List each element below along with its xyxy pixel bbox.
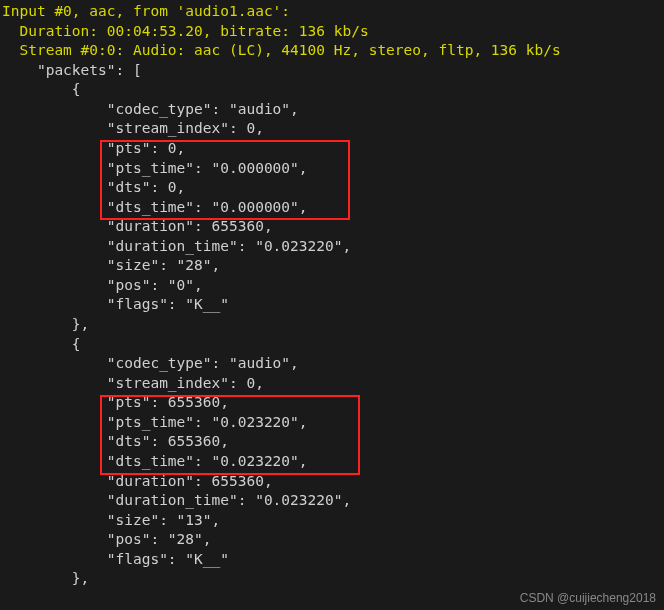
duration-line: Duration: 00:04:53.20, bitrate: 136 kb/s <box>2 22 664 42</box>
packet1-open: { <box>2 80 664 100</box>
packet1-dts-time: "dts_time": "0.000000", <box>2 198 664 218</box>
packet2-open: { <box>2 335 664 355</box>
packet2-dts-time: "dts_time": "0.023220", <box>2 452 664 472</box>
packet2-codec-type: "codec_type": "audio", <box>2 354 664 374</box>
packet2-duration: "duration": 655360, <box>2 472 664 492</box>
packet2-duration-time: "duration_time": "0.023220", <box>2 491 664 511</box>
packet2-flags: "flags": "K__" <box>2 550 664 570</box>
packet2-size: "size": "13", <box>2 511 664 531</box>
packet1-pts: "pts": 0, <box>2 139 664 159</box>
packet1-codec-type: "codec_type": "audio", <box>2 100 664 120</box>
packet2-pts: "pts": 655360, <box>2 393 664 413</box>
packet1-duration: "duration": 655360, <box>2 217 664 237</box>
csdn-watermark: CSDN @cuijiecheng2018 <box>520 590 656 606</box>
packet2-pts-time: "pts_time": "0.023220", <box>2 413 664 433</box>
packet2-stream-index: "stream_index": 0, <box>2 374 664 394</box>
packet1-dts: "dts": 0, <box>2 178 664 198</box>
packet1-stream-index: "stream_index": 0, <box>2 119 664 139</box>
packet2-close: }, <box>2 569 664 589</box>
packet1-flags: "flags": "K__" <box>2 295 664 315</box>
input-header-line: Input #0, aac, from 'audio1.aac': <box>2 2 664 22</box>
packet2-pos: "pos": "28", <box>2 530 664 550</box>
stream-line: Stream #0:0: Audio: aac (LC), 44100 Hz, … <box>2 41 664 61</box>
packet1-close: }, <box>2 315 664 335</box>
packet2-dts: "dts": 655360, <box>2 432 664 452</box>
packet1-pts-time: "pts_time": "0.000000", <box>2 159 664 179</box>
packet1-duration-time: "duration_time": "0.023220", <box>2 237 664 257</box>
packets-open: "packets": [ <box>2 61 664 81</box>
packet1-size: "size": "28", <box>2 256 664 276</box>
packet1-pos: "pos": "0", <box>2 276 664 296</box>
